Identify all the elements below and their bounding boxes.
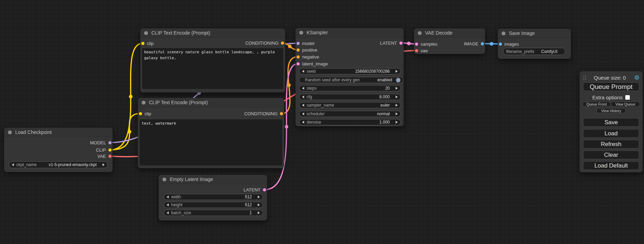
increment-arrow-icon[interactable]: [258, 211, 260, 214]
slot-dot-conditioning[interactable]: [280, 112, 283, 115]
widget-label: sampler_name: [307, 103, 334, 108]
slot-dot-clip[interactable]: [108, 148, 112, 152]
queue-size-label: Queue size: 0: [585, 75, 634, 81]
prompt-textarea[interactable]: beautiful scenery nature glass bottle la…: [142, 48, 283, 89]
node-ksampler[interactable]: KSampler model positive negative latent_…: [295, 28, 404, 126]
slot-dot-positive[interactable]: [297, 48, 300, 52]
refresh-button[interactable]: Refresh: [583, 140, 639, 148]
widget-random-seed-toggle[interactable]: Random seed after every gen enabled: [299, 77, 404, 83]
slot-dot-clip[interactable]: [141, 42, 144, 45]
slot-dot-samples[interactable]: [415, 43, 418, 46]
slot-label: VAE: [97, 154, 106, 159]
queue-front-button[interactable]: Queue Front: [582, 102, 611, 107]
node-save-image[interactable]: Save Image images filename_prefix ComfyU…: [498, 29, 571, 59]
widget-cfg[interactable]: cfg 8.000: [299, 94, 401, 100]
node-title-bar: Empty Latent Image: [159, 175, 267, 184]
decrement-arrow-icon[interactable]: [302, 70, 304, 73]
view-history-button[interactable]: View History: [597, 108, 626, 113]
slot-dot-latent[interactable]: [263, 188, 266, 191]
widget-value: enabled: [377, 78, 392, 82]
collapse-dot-icon[interactable]: [144, 31, 148, 35]
node-title: Empty Latent Image: [170, 177, 213, 182]
collapse-dot-icon[interactable]: [8, 130, 12, 134]
prompt-textarea[interactable]: text, watermark: [140, 119, 282, 165]
collapse-dot-icon[interactable]: [299, 31, 303, 35]
decrement-arrow-icon[interactable]: [12, 163, 14, 166]
slot-dot-latent-image[interactable]: [297, 62, 300, 65]
decrement-arrow-icon[interactable]: [302, 104, 304, 107]
widget-sampler-name[interactable]: sampler_name euler: [299, 102, 401, 108]
node-title-bar: VAE Decode: [414, 28, 485, 38]
increment-arrow-icon[interactable]: [396, 70, 398, 73]
wire-clip-to-clip-encode-2: [110, 114, 140, 150]
drag-handle-icon[interactable]: [583, 76, 584, 76]
slot-dot-conditioning[interactable]: [281, 42, 284, 45]
slot-dot-model[interactable]: [108, 141, 112, 144]
toggle-knob-icon[interactable]: [396, 78, 400, 82]
load-default-button[interactable]: Load Default: [583, 161, 639, 170]
node-title: CLIP Text Encode (Prompt): [151, 30, 210, 36]
widget-label: scheduler: [307, 111, 325, 116]
decrement-arrow-icon[interactable]: [302, 87, 304, 90]
node-clip-text-encode-2[interactable]: CLIP Text Encode (Prompt) clip CONDITION…: [138, 98, 284, 168]
decrement-arrow-icon[interactable]: [302, 121, 304, 124]
queue-prompt-button[interactable]: Queue Prompt: [583, 82, 639, 91]
decrement-arrow-icon[interactable]: [167, 196, 169, 198]
widget-value: ComfyUI: [541, 49, 557, 54]
widget-denoise[interactable]: denoise 1.000: [299, 119, 401, 125]
collapse-dot-icon[interactable]: [418, 31, 422, 35]
extra-options-label: Extra options: [592, 94, 623, 100]
widget-batch-size[interactable]: batch_size 1: [164, 210, 263, 216]
widget-label: height: [171, 202, 183, 207]
increment-arrow-icon[interactable]: [396, 87, 398, 90]
increment-arrow-icon[interactable]: [103, 163, 105, 166]
node-title-bar: Load Checkpoint: [4, 128, 113, 137]
decrement-arrow-icon[interactable]: [167, 204, 169, 206]
decrement-arrow-icon[interactable]: [167, 211, 169, 214]
node-clip-text-encode-1[interactable]: CLIP Text Encode (Prompt) clip CONDITION…: [140, 28, 285, 92]
clear-button[interactable]: Clear: [583, 151, 639, 159]
widget-ckpt-name[interactable]: ckpt_name v1-5-pruned-emaonly.ckpt: [9, 161, 108, 168]
slot-dot-clip[interactable]: [139, 112, 142, 115]
decrement-arrow-icon[interactable]: [302, 112, 304, 115]
extra-options-row: Extra options: [580, 94, 643, 100]
extra-options-checkbox[interactable]: [625, 95, 630, 100]
slot-dot-model[interactable]: [297, 42, 300, 45]
node-vae-decode[interactable]: VAE Decode samples vae IMAGE: [414, 28, 485, 54]
decrement-arrow-icon[interactable]: [302, 96, 304, 98]
slot-label: MODEL: [90, 140, 106, 145]
view-queue-button[interactable]: View Queue: [611, 102, 640, 107]
widget-height[interactable]: height 512: [164, 202, 263, 208]
widget-steps[interactable]: steps 20: [299, 85, 401, 91]
node-load-checkpoint[interactable]: Load Checkpoint MODEL CLIP VAE ckpt_name…: [4, 128, 113, 172]
slot-dot-images[interactable]: [499, 43, 502, 46]
slot-dot-vae[interactable]: [415, 49, 418, 52]
node-graph-canvas[interactable]: Load Checkpoint MODEL CLIP VAE ckpt_name…: [0, 0, 644, 244]
slot-dot-image[interactable]: [481, 42, 484, 45]
slot-dot-negative[interactable]: [297, 55, 300, 58]
input-slot-samples: samples: [415, 41, 437, 47]
increment-arrow-icon[interactable]: [396, 96, 398, 98]
widget-seed[interactable]: seed 156680208700286: [299, 68, 401, 74]
widget-filename-prefix[interactable]: filename_prefix ComfyUI: [503, 48, 565, 55]
collapse-dot-icon[interactable]: [142, 101, 145, 105]
settings-gear-icon[interactable]: ⚙: [634, 75, 639, 81]
slot-label: images: [504, 42, 519, 47]
increment-arrow-icon[interactable]: [396, 112, 398, 115]
increment-arrow-icon[interactable]: [396, 104, 398, 107]
slot-dot-vae[interactable]: [108, 155, 112, 158]
increment-arrow-icon[interactable]: [258, 196, 260, 198]
wire-midpoint-dot-image-to-images: [490, 42, 493, 45]
save-button[interactable]: Save: [583, 118, 639, 127]
node-empty-latent-image[interactable]: Empty Latent Image LATENT width 512 heig…: [159, 175, 267, 220]
increment-arrow-icon[interactable]: [396, 121, 398, 124]
wire-midpoint-dot-conditioning1-to-positive: [288, 45, 291, 48]
increment-arrow-icon[interactable]: [258, 204, 260, 206]
slot-dot-latent[interactable]: [399, 42, 403, 45]
load-button[interactable]: Load: [583, 129, 639, 138]
collapse-dot-icon[interactable]: [502, 31, 505, 35]
widget-scheduler[interactable]: scheduler normal: [299, 111, 401, 117]
widget-width[interactable]: width 512: [164, 194, 263, 200]
collapse-dot-icon[interactable]: [162, 178, 166, 181]
wire-midpoint-dot-latent-to-latent-image: [285, 125, 288, 128]
